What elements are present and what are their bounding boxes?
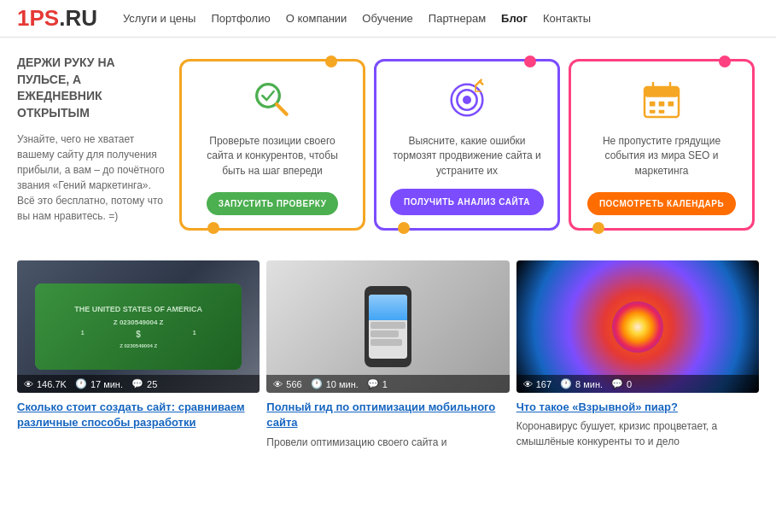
hero-section: ДЕРЖИ РУКУ НА ПУЛЬСЕ, А ЕЖЕДНЕВНИК ОТКРЫ… bbox=[0, 38, 776, 252]
dot-bot-1 bbox=[207, 222, 219, 234]
views-2: 👁 566 bbox=[273, 379, 301, 389]
card-2-button[interactable]: ПОЛУЧИТЬ АНАЛИЗ САЙТА bbox=[390, 189, 544, 215]
card-1-text: Проверьте позиции своего сайта и конкуре… bbox=[195, 134, 350, 182]
dot-bot-2 bbox=[398, 222, 410, 234]
dot-bot-3 bbox=[592, 222, 604, 234]
clock-icon-2: 🕐 bbox=[311, 378, 323, 389]
comment-icon-2: 💬 bbox=[367, 378, 379, 389]
svg-line-1 bbox=[277, 104, 287, 114]
blog-title-2[interactable]: Полный гид по оптимизации мобильного сай… bbox=[266, 400, 509, 430]
svg-rect-15 bbox=[659, 110, 665, 114]
money-image: THE UNITED STATES OF AMERICA Z 023054900… bbox=[17, 260, 260, 393]
svg-rect-8 bbox=[645, 87, 679, 97]
dot-top-2 bbox=[524, 56, 536, 67]
card-site-analysis: Выясните, какие ошибки тормозят продвиже… bbox=[374, 59, 560, 231]
nav-contacts[interactable]: Контакты bbox=[543, 12, 591, 25]
blog-section: THE UNITED STATES OF AMERICA Z 023054900… bbox=[0, 252, 776, 459]
card-calendar: Не пропустите грядущие события из мира S… bbox=[569, 59, 755, 231]
card-2-text: Выясните, какие ошибки тормозят продвиже… bbox=[389, 134, 545, 178]
time-2: 🕐 10 мин. bbox=[311, 378, 359, 389]
card-1-button[interactable]: ЗАПУСТИТЬ ПРОВЕРКУ bbox=[207, 192, 339, 215]
blog-desc-2: Провели оптимизацию своего сайта и bbox=[266, 436, 509, 450]
clock-icon-3: 🕐 bbox=[560, 378, 572, 389]
time-3: 🕐 8 мин. bbox=[560, 378, 603, 389]
nav-partners[interactable]: Партнерам bbox=[429, 12, 486, 25]
blog-post-2: 👁 566 🕐 10 мин. 💬 1 Полный гид по оптими… bbox=[266, 260, 509, 450]
eye-icon-2: 👁 bbox=[273, 379, 283, 389]
site-header: 1PS.RU Услуги и цены Портфолио О компани… bbox=[0, 0, 776, 38]
blog-meta-2: 👁 566 🕐 10 мин. 💬 1 bbox=[266, 375, 509, 393]
nav-blog[interactable]: Блог bbox=[501, 12, 528, 25]
calendar-icon bbox=[636, 74, 687, 126]
views-3: 👁 167 bbox=[523, 379, 551, 389]
blog-image-2: 👁 566 🕐 10 мин. 💬 1 bbox=[266, 260, 509, 393]
comment-icon-3: 💬 bbox=[611, 378, 623, 389]
comments-2: 💬 1 bbox=[367, 378, 388, 389]
logo-text: 1PS bbox=[17, 5, 59, 31]
target-icon bbox=[441, 74, 493, 126]
views-1: 👁 146.7K bbox=[24, 379, 67, 389]
dot-top-3 bbox=[719, 56, 731, 67]
hero-description: Узнайте, чего не хватает вашему сайту дл… bbox=[17, 132, 166, 224]
blog-title-3[interactable]: Что такое «Взрывной» пиар? bbox=[516, 400, 759, 415]
phone-image bbox=[266, 260, 509, 393]
card-3-text: Не пропустите грядущие события из мира S… bbox=[584, 134, 739, 182]
blog-meta-3: 👁 167 🕐 8 мин. 💬 0 bbox=[516, 375, 759, 393]
hero-heading: ДЕРЖИ РУКУ НА ПУЛЬСЕ, А ЕЖЕДНЕВНИК ОТКРЫ… bbox=[17, 55, 166, 121]
nav-education[interactable]: Обучение bbox=[362, 12, 412, 25]
blog-image-1: THE UNITED STATES OF AMERICA Z 023054900… bbox=[17, 260, 260, 393]
eye-icon: 👁 bbox=[24, 379, 33, 389]
nav-about[interactable]: О компании bbox=[286, 12, 347, 25]
comments-3: 💬 0 bbox=[611, 378, 632, 389]
dot-top-1 bbox=[325, 56, 337, 67]
svg-rect-11 bbox=[650, 102, 656, 107]
svg-point-4 bbox=[463, 96, 471, 104]
explosion-image bbox=[516, 260, 759, 393]
hero-cards: Проверьте позиции своего сайта и конкуре… bbox=[175, 55, 759, 235]
nav-services[interactable]: Услуги и цены bbox=[123, 12, 196, 25]
svg-rect-14 bbox=[650, 110, 656, 114]
svg-line-6 bbox=[480, 81, 482, 84]
eye-icon-3: 👁 bbox=[523, 379, 533, 389]
time-1: 🕐 17 мин. bbox=[75, 378, 123, 389]
blog-meta-1: 👁 146.7K 🕐 17 мин. 💬 25 bbox=[17, 375, 260, 393]
search-check-icon bbox=[247, 74, 298, 126]
blog-post-3: 👁 167 🕐 8 мин. 💬 0 Что такое «Взрывной» … bbox=[516, 260, 759, 450]
svg-rect-12 bbox=[659, 102, 665, 107]
nav-portfolio[interactable]: Портфолио bbox=[211, 12, 270, 25]
comment-icon: 💬 bbox=[131, 378, 143, 389]
blog-image-3: 👁 167 🕐 8 мин. 💬 0 bbox=[516, 260, 759, 393]
blog-title-1[interactable]: Сколько стоит создать сайт: сравниваем р… bbox=[17, 400, 260, 430]
logo-domain: .RU bbox=[59, 5, 97, 31]
blog-post-1: THE UNITED STATES OF AMERICA Z 023054900… bbox=[17, 260, 260, 450]
clock-icon: 🕐 bbox=[75, 378, 87, 389]
comments-1: 💬 25 bbox=[131, 378, 157, 389]
blog-desc-3: Коронавирус бушует, кризис процветает, а… bbox=[516, 419, 759, 449]
card-3-button[interactable]: ПОСМОТРЕТЬ КАЛЕНДАРЬ bbox=[587, 192, 736, 215]
main-nav: Услуги и цены Портфолио О компании Обуче… bbox=[123, 12, 591, 25]
card-check-positions: Проверьте позиции своего сайта и конкуре… bbox=[179, 59, 365, 231]
hero-text: ДЕРЖИ РУКУ НА ПУЛЬСЕ, А ЕЖЕДНЕВНИК ОТКРЫ… bbox=[17, 55, 175, 235]
logo[interactable]: 1PS.RU bbox=[17, 5, 97, 32]
svg-rect-13 bbox=[668, 102, 674, 107]
